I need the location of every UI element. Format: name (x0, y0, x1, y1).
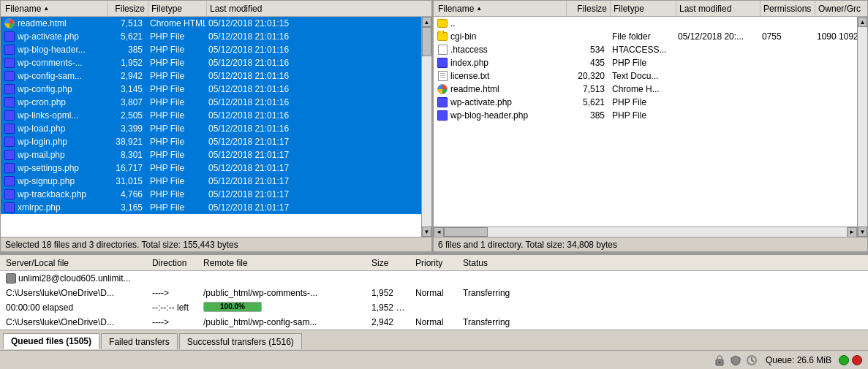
hscroll-thumb[interactable] (444, 227, 488, 237)
left-cell-filesize: 7,513 (107, 18, 147, 29)
left-file-row[interactable]: wp-links-opml...2,505PHP File05/12/2018 … (1, 109, 421, 122)
left-file-row[interactable]: wp-config-sam...2,942PHP File05/12/2018 … (1, 69, 421, 83)
scroll-up-btn[interactable]: ▲ (422, 17, 431, 27)
right-cell-filesize: 7,513 (565, 83, 609, 95)
right-scrollbar[interactable]: ▲ ▼ (857, 17, 867, 237)
left-col-lastmod-header[interactable]: Last modified (207, 1, 430, 16)
transfer-row[interactable]: C:\Users\luke\OneDrive\D...---->/public_… (0, 315, 868, 330)
right-file-row[interactable]: cgi-binFile folder05/12/2018 20:...07551… (434, 30, 857, 43)
left-cell-filesize: 385 (107, 44, 147, 56)
transfer-rows: C:\Users\luke\OneDrive\D...---->/public_… (0, 286, 868, 330)
right-file-row[interactable]: index.php435PHP File (434, 56, 857, 69)
right-cell-owner: 1090 1092 (814, 31, 857, 42)
hscroll-right-btn[interactable]: ► (847, 227, 857, 237)
left-file-row[interactable]: wp-comments-...1,952PHP File05/12/2018 2… (1, 56, 421, 69)
transfer-cell-direction: ----> (149, 316, 200, 328)
left-cell-filetype: PHP File (147, 31, 205, 42)
left-file-row[interactable]: wp-blog-header...385PHP File05/12/2018 2… (1, 43, 421, 56)
transfer-cell-remote: /public_html/wp-comments-... (200, 287, 369, 299)
transfer-cell-status: Transferring (460, 287, 865, 299)
left-file-row[interactable]: wp-settings.php16,717PHP File05/12/2018 … (1, 161, 421, 175)
right-file-row[interactable]: wp-blog-header.php385PHP File (434, 109, 857, 122)
left-file-row[interactable]: wp-signup.php31,015PHP File05/12/2018 21… (1, 175, 421, 188)
left-scrollbar[interactable]: ▲ ▼ (421, 17, 431, 237)
transfer-col-priority-header: Priority (412, 256, 460, 270)
transfer-tab-2[interactable]: Successful transfers (1516) (179, 333, 302, 349)
transfer-row[interactable]: C:\Users\luke\OneDrive\D...---->/public_… (0, 286, 868, 300)
right-cell-permissions (759, 49, 814, 50)
right-scroll-track[interactable] (858, 27, 867, 227)
left-cell-filetype: PHP File (147, 175, 205, 187)
left-file-row[interactable]: wp-cron.php3,807PHP File05/12/2018 21:01… (1, 96, 421, 109)
left-cell-filename: wp-mail.php (1, 149, 107, 161)
left-cell-filename: readme.html (1, 18, 107, 29)
left-file-row[interactable]: wp-load.php3,399PHP File05/12/2018 21:01… (1, 122, 421, 135)
transfer-cell-status (460, 307, 865, 308)
left-file-row[interactable]: readme.html7,513Chrome HTML...05/12/2018… (1, 17, 421, 30)
left-cell-filesize: 3,145 (107, 83, 147, 95)
right-cell-permissions (759, 23, 814, 24)
left-file-row[interactable]: wp-config.php3,145PHP File05/12/2018 21:… (1, 83, 421, 96)
left-cell-lastmod: 05/12/2018 21:01:16 (205, 110, 421, 121)
right-file-row[interactable]: readme.html7,513Chrome H... (434, 83, 857, 96)
right-file-row[interactable]: license.txt20,320Text Docu... (434, 69, 857, 83)
right-cell-filesize: 385 (565, 110, 609, 121)
left-cell-lastmod: 05/12/2018 21:01:17 (205, 136, 421, 148)
left-cell-filesize: 8,301 (107, 149, 147, 161)
transfer-cell-priority: Normal (412, 287, 460, 299)
right-cell-permissions (759, 115, 814, 116)
left-cell-filetype: PHP File (147, 162, 205, 174)
left-cell-filesize: 4,766 (107, 189, 147, 200)
left-file-row[interactable]: wp-mail.php8,301PHP File05/12/2018 21:01… (1, 148, 421, 161)
server-icon (6, 273, 16, 284)
right-col-filetype-header[interactable]: Filetype (611, 1, 676, 16)
left-col-filesize-header[interactable]: Filesize (108, 1, 148, 16)
right-scroll-up-btn[interactable]: ▲ (858, 17, 867, 27)
scroll-thumb[interactable] (422, 27, 431, 56)
right-cell-permissions (759, 62, 814, 64)
left-file-row[interactable]: wp-activate.php5,621PHP File05/12/2018 2… (1, 30, 421, 43)
right-file-row[interactable]: wp-activate.php5,621PHP File (434, 96, 857, 109)
scroll-down-btn[interactable]: ▼ (422, 227, 431, 237)
right-scroll-down-btn[interactable]: ▼ (858, 227, 867, 237)
right-cell-filename: readme.html (434, 83, 565, 95)
left-file-row[interactable]: xmlrpc.php3,165PHP File05/12/2018 21:01:… (1, 201, 421, 214)
hscroll-left-btn[interactable]: ◄ (434, 227, 444, 237)
left-file-list[interactable]: readme.html7,513Chrome HTML...05/12/2018… (1, 17, 421, 237)
right-col-lastmod-header[interactable]: Last modified (676, 1, 761, 16)
left-file-row[interactable]: wp-login.php38,921PHP File05/12/2018 21:… (1, 135, 421, 148)
left-cell-filesize: 3,399 (107, 123, 147, 134)
transfer-row[interactable]: 00:00:00 elapsed--:--:-- left100.0%1,952… (0, 300, 868, 315)
left-cell-filetype: PHP File (147, 123, 205, 134)
left-cell-filename: wp-load.php (1, 123, 107, 134)
left-col-filetype-header[interactable]: Filetype (148, 1, 207, 16)
right-file-row[interactable]: .. (434, 17, 857, 30)
hscroll-track[interactable] (444, 227, 847, 237)
left-cell-lastmod: 05/12/2018 21:01:17 (205, 149, 421, 161)
transfer-col-size-header: Size (369, 256, 412, 270)
right-file-row[interactable]: .htaccess534HTACCESS... (434, 43, 857, 56)
left-cell-filetype: PHP File (147, 189, 205, 200)
left-col-filename-header[interactable]: Filename ▲ (2, 1, 108, 16)
transfer-tab-1[interactable]: Failed transfers (101, 333, 178, 349)
right-file-list[interactable]: ..cgi-binFile folder05/12/2018 20:...075… (434, 17, 857, 227)
right-cell-filetype: Chrome H... (609, 83, 675, 95)
right-col-permissions-header[interactable]: Permissions (761, 1, 815, 16)
left-cell-filename: wp-config-sam... (1, 70, 107, 82)
left-file-row[interactable]: wp-trackback.php4,766PHP File05/12/2018 … (1, 188, 421, 201)
right-cell-lastmod: 05/12/2018 20:... (675, 31, 759, 42)
right-cell-filesize: 5,621 (565, 96, 609, 108)
right-col-owner-header[interactable]: Owner/Grc (815, 1, 866, 16)
right-col-filename-header[interactable]: Filename ▲ (435, 1, 567, 16)
scroll-track[interactable] (422, 27, 431, 227)
right-col-filesize-header[interactable]: Filesize (567, 1, 611, 16)
top-panels: Filename ▲ Filesize Filetype Last modifi… (0, 0, 868, 254)
right-cell-owner (814, 88, 857, 90)
transfer-tab-0[interactable]: Queued files (1505) (3, 333, 99, 349)
right-cell-filetype: Text Docu... (609, 70, 675, 82)
transfer-col-server-header: Server/Local file (3, 256, 149, 270)
right-cell-filesize: 534 (565, 44, 609, 56)
right-cell-filetype: PHP File (609, 110, 675, 121)
left-cell-lastmod: 05/12/2018 21:01:16 (205, 57, 421, 69)
right-hscroll[interactable]: ◄ ► (434, 227, 857, 237)
